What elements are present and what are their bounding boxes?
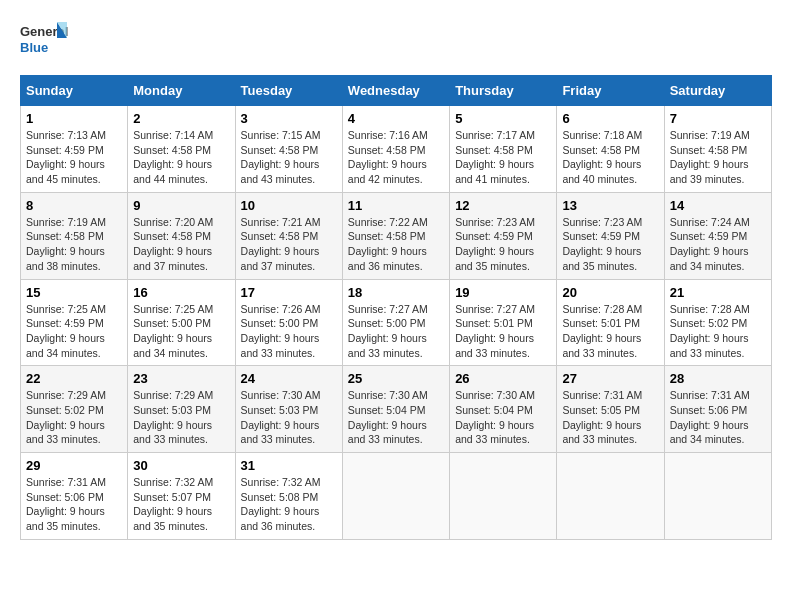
day-detail: Sunrise: 7:25 AM Sunset: 4:59 PM Dayligh… (26, 302, 122, 361)
calendar-cell: 9 Sunrise: 7:20 AM Sunset: 4:58 PM Dayli… (128, 192, 235, 279)
calendar-cell: 4 Sunrise: 7:16 AM Sunset: 4:58 PM Dayli… (342, 106, 449, 193)
day-number: 22 (26, 371, 122, 386)
calendar-cell: 14 Sunrise: 7:24 AM Sunset: 4:59 PM Dayl… (664, 192, 771, 279)
calendar-cell: 8 Sunrise: 7:19 AM Sunset: 4:58 PM Dayli… (21, 192, 128, 279)
calendar-cell: 2 Sunrise: 7:14 AM Sunset: 4:58 PM Dayli… (128, 106, 235, 193)
day-number: 20 (562, 285, 658, 300)
day-number: 23 (133, 371, 229, 386)
day-number: 18 (348, 285, 444, 300)
day-detail: Sunrise: 7:30 AM Sunset: 5:04 PM Dayligh… (348, 388, 444, 447)
day-number: 30 (133, 458, 229, 473)
day-detail: Sunrise: 7:16 AM Sunset: 4:58 PM Dayligh… (348, 128, 444, 187)
calendar-cell: 16 Sunrise: 7:25 AM Sunset: 5:00 PM Dayl… (128, 279, 235, 366)
day-detail: Sunrise: 7:31 AM Sunset: 5:06 PM Dayligh… (670, 388, 766, 447)
day-number: 8 (26, 198, 122, 213)
day-number: 27 (562, 371, 658, 386)
day-number: 6 (562, 111, 658, 126)
day-detail: Sunrise: 7:31 AM Sunset: 5:06 PM Dayligh… (26, 475, 122, 534)
calendar-cell: 6 Sunrise: 7:18 AM Sunset: 4:58 PM Dayli… (557, 106, 664, 193)
calendar-cell: 12 Sunrise: 7:23 AM Sunset: 4:59 PM Dayl… (450, 192, 557, 279)
day-detail: Sunrise: 7:27 AM Sunset: 5:00 PM Dayligh… (348, 302, 444, 361)
day-number: 9 (133, 198, 229, 213)
day-detail: Sunrise: 7:25 AM Sunset: 5:00 PM Dayligh… (133, 302, 229, 361)
calendar-cell: 18 Sunrise: 7:27 AM Sunset: 5:00 PM Dayl… (342, 279, 449, 366)
calendar-cell: 25 Sunrise: 7:30 AM Sunset: 5:04 PM Dayl… (342, 366, 449, 453)
calendar-cell (342, 453, 449, 540)
calendar-cell (664, 453, 771, 540)
day-detail: Sunrise: 7:24 AM Sunset: 4:59 PM Dayligh… (670, 215, 766, 274)
day-number: 31 (241, 458, 337, 473)
day-detail: Sunrise: 7:30 AM Sunset: 5:04 PM Dayligh… (455, 388, 551, 447)
day-detail: Sunrise: 7:23 AM Sunset: 4:59 PM Dayligh… (455, 215, 551, 274)
day-number: 3 (241, 111, 337, 126)
day-number: 15 (26, 285, 122, 300)
day-detail: Sunrise: 7:15 AM Sunset: 4:58 PM Dayligh… (241, 128, 337, 187)
day-detail: Sunrise: 7:17 AM Sunset: 4:58 PM Dayligh… (455, 128, 551, 187)
calendar-cell: 22 Sunrise: 7:29 AM Sunset: 5:02 PM Dayl… (21, 366, 128, 453)
day-number: 5 (455, 111, 551, 126)
day-detail: Sunrise: 7:27 AM Sunset: 5:01 PM Dayligh… (455, 302, 551, 361)
calendar-week-row: 29 Sunrise: 7:31 AM Sunset: 5:06 PM Dayl… (21, 453, 772, 540)
day-detail: Sunrise: 7:29 AM Sunset: 5:02 PM Dayligh… (26, 388, 122, 447)
day-number: 17 (241, 285, 337, 300)
day-detail: Sunrise: 7:26 AM Sunset: 5:00 PM Dayligh… (241, 302, 337, 361)
day-detail: Sunrise: 7:30 AM Sunset: 5:03 PM Dayligh… (241, 388, 337, 447)
day-detail: Sunrise: 7:21 AM Sunset: 4:58 PM Dayligh… (241, 215, 337, 274)
calendar-cell: 28 Sunrise: 7:31 AM Sunset: 5:06 PM Dayl… (664, 366, 771, 453)
day-detail: Sunrise: 7:19 AM Sunset: 4:58 PM Dayligh… (26, 215, 122, 274)
calendar-cell (450, 453, 557, 540)
weekday-header-row: SundayMondayTuesdayWednesdayThursdayFrid… (21, 76, 772, 106)
calendar-cell: 17 Sunrise: 7:26 AM Sunset: 5:00 PM Dayl… (235, 279, 342, 366)
calendar-cell: 1 Sunrise: 7:13 AM Sunset: 4:59 PM Dayli… (21, 106, 128, 193)
day-number: 29 (26, 458, 122, 473)
calendar-cell: 20 Sunrise: 7:28 AM Sunset: 5:01 PM Dayl… (557, 279, 664, 366)
day-number: 21 (670, 285, 766, 300)
day-number: 26 (455, 371, 551, 386)
calendar-cell (557, 453, 664, 540)
day-detail: Sunrise: 7:20 AM Sunset: 4:58 PM Dayligh… (133, 215, 229, 274)
weekday-header: Tuesday (235, 76, 342, 106)
day-number: 16 (133, 285, 229, 300)
day-detail: Sunrise: 7:23 AM Sunset: 4:59 PM Dayligh… (562, 215, 658, 274)
day-detail: Sunrise: 7:13 AM Sunset: 4:59 PM Dayligh… (26, 128, 122, 187)
calendar-cell: 24 Sunrise: 7:30 AM Sunset: 5:03 PM Dayl… (235, 366, 342, 453)
weekday-header: Saturday (664, 76, 771, 106)
calendar-cell: 27 Sunrise: 7:31 AM Sunset: 5:05 PM Dayl… (557, 366, 664, 453)
day-number: 10 (241, 198, 337, 213)
calendar-cell: 23 Sunrise: 7:29 AM Sunset: 5:03 PM Dayl… (128, 366, 235, 453)
weekday-header: Monday (128, 76, 235, 106)
day-number: 2 (133, 111, 229, 126)
calendar-cell: 7 Sunrise: 7:19 AM Sunset: 4:58 PM Dayli… (664, 106, 771, 193)
day-detail: Sunrise: 7:14 AM Sunset: 4:58 PM Dayligh… (133, 128, 229, 187)
calendar-week-row: 22 Sunrise: 7:29 AM Sunset: 5:02 PM Dayl… (21, 366, 772, 453)
weekday-header: Sunday (21, 76, 128, 106)
calendar-cell: 5 Sunrise: 7:17 AM Sunset: 4:58 PM Dayli… (450, 106, 557, 193)
calendar-cell: 13 Sunrise: 7:23 AM Sunset: 4:59 PM Dayl… (557, 192, 664, 279)
logo: General Blue (20, 20, 70, 65)
calendar-cell: 29 Sunrise: 7:31 AM Sunset: 5:06 PM Dayl… (21, 453, 128, 540)
calendar-cell: 26 Sunrise: 7:30 AM Sunset: 5:04 PM Dayl… (450, 366, 557, 453)
page-header: General Blue (20, 20, 772, 65)
day-detail: Sunrise: 7:28 AM Sunset: 5:01 PM Dayligh… (562, 302, 658, 361)
calendar-cell: 15 Sunrise: 7:25 AM Sunset: 4:59 PM Dayl… (21, 279, 128, 366)
day-detail: Sunrise: 7:32 AM Sunset: 5:07 PM Dayligh… (133, 475, 229, 534)
day-detail: Sunrise: 7:29 AM Sunset: 5:03 PM Dayligh… (133, 388, 229, 447)
day-number: 19 (455, 285, 551, 300)
calendar-week-row: 15 Sunrise: 7:25 AM Sunset: 4:59 PM Dayl… (21, 279, 772, 366)
day-number: 11 (348, 198, 444, 213)
calendar-week-row: 8 Sunrise: 7:19 AM Sunset: 4:58 PM Dayli… (21, 192, 772, 279)
calendar-cell: 31 Sunrise: 7:32 AM Sunset: 5:08 PM Dayl… (235, 453, 342, 540)
calendar-cell: 10 Sunrise: 7:21 AM Sunset: 4:58 PM Dayl… (235, 192, 342, 279)
calendar-cell: 30 Sunrise: 7:32 AM Sunset: 5:07 PM Dayl… (128, 453, 235, 540)
day-detail: Sunrise: 7:18 AM Sunset: 4:58 PM Dayligh… (562, 128, 658, 187)
calendar-week-row: 1 Sunrise: 7:13 AM Sunset: 4:59 PM Dayli… (21, 106, 772, 193)
day-detail: Sunrise: 7:19 AM Sunset: 4:58 PM Dayligh… (670, 128, 766, 187)
day-detail: Sunrise: 7:22 AM Sunset: 4:58 PM Dayligh… (348, 215, 444, 274)
day-number: 25 (348, 371, 444, 386)
day-number: 4 (348, 111, 444, 126)
day-detail: Sunrise: 7:31 AM Sunset: 5:05 PM Dayligh… (562, 388, 658, 447)
calendar-cell: 19 Sunrise: 7:27 AM Sunset: 5:01 PM Dayl… (450, 279, 557, 366)
day-number: 1 (26, 111, 122, 126)
day-detail: Sunrise: 7:32 AM Sunset: 5:08 PM Dayligh… (241, 475, 337, 534)
day-detail: Sunrise: 7:28 AM Sunset: 5:02 PM Dayligh… (670, 302, 766, 361)
